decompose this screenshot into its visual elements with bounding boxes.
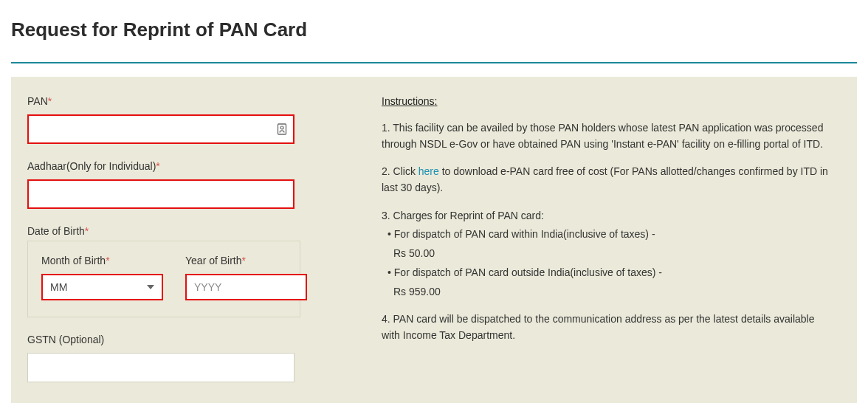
instructions-heading: Instructions: bbox=[382, 95, 830, 107]
dob-label: Date of Birth* bbox=[27, 225, 337, 237]
download-epan-link[interactable]: here bbox=[418, 165, 439, 177]
instruction-4: 4. PAN card will be dispatched to the co… bbox=[382, 311, 830, 343]
page-title: Request for Reprint of PAN Card bbox=[11, 18, 857, 41]
aadhaar-required-mark: * bbox=[156, 160, 159, 172]
form-panel: PAN* Aadhaar(Only for Individual)* Date … bbox=[11, 77, 857, 403]
charge-outside-label: • For dispatch of PAN card outside India… bbox=[388, 265, 830, 281]
aadhaar-label: Aadhaar(Only for Individual)* bbox=[27, 160, 337, 172]
month-select[interactable]: MM bbox=[41, 274, 163, 300]
pan-field-group: PAN* bbox=[27, 95, 337, 144]
year-label-text: Year of Birth bbox=[185, 255, 242, 266]
year-sub: Year of Birth* bbox=[185, 255, 307, 300]
month-required-mark: * bbox=[106, 255, 109, 266]
charge-india-label: • For dispatch of PAN card within India(… bbox=[388, 227, 830, 243]
dob-required-mark: * bbox=[85, 225, 89, 237]
header-divider bbox=[11, 62, 857, 63]
instruction-3: 3. Charges for Reprint of PAN card: bbox=[382, 208, 830, 224]
month-sub: Month of Birth* MM bbox=[41, 255, 163, 300]
charge-outside-value: Rs 959.00 bbox=[393, 284, 830, 300]
aadhaar-input[interactable] bbox=[27, 179, 294, 209]
gstn-label: GSTN (Optional) bbox=[27, 334, 337, 345]
instructions-column: Instructions: 1. This facility can be av… bbox=[382, 95, 841, 399]
aadhaar-field-group: Aadhaar(Only for Individual)* bbox=[27, 160, 337, 209]
month-label: Month of Birth* bbox=[41, 255, 163, 266]
instruction-2: 2. Click here to download e-PAN card fre… bbox=[382, 164, 830, 196]
pan-label-text: PAN bbox=[27, 95, 48, 107]
instruction-1: 1. This facility can be availed by those… bbox=[382, 120, 830, 152]
form-column: PAN* Aadhaar(Only for Individual)* Date … bbox=[27, 95, 337, 399]
dob-label-text: Date of Birth bbox=[27, 225, 85, 237]
gstn-input[interactable] bbox=[27, 353, 294, 382]
year-label: Year of Birth* bbox=[185, 255, 307, 266]
dob-box: Month of Birth* MM Year of Birth* bbox=[27, 241, 300, 317]
pan-label: PAN* bbox=[27, 95, 337, 107]
instruction-2-pre: 2. Click bbox=[382, 165, 418, 177]
aadhaar-label-text: Aadhaar(Only for Individual) bbox=[27, 160, 156, 172]
charge-india-value: Rs 50.00 bbox=[393, 246, 830, 262]
gstn-label-text: GSTN (Optional) bbox=[27, 334, 104, 345]
pan-required-mark: * bbox=[48, 95, 52, 107]
gstn-field-group: GSTN (Optional) bbox=[27, 334, 337, 382]
instruction-2-post: to download e-PAN card free of cost (For… bbox=[382, 165, 828, 193]
month-label-text: Month of Birth bbox=[41, 255, 106, 266]
dob-field-group: Date of Birth* Month of Birth* MM Year o… bbox=[27, 225, 337, 317]
year-input[interactable] bbox=[185, 274, 307, 300]
pan-input[interactable] bbox=[27, 114, 294, 144]
year-required-mark: * bbox=[242, 255, 246, 266]
